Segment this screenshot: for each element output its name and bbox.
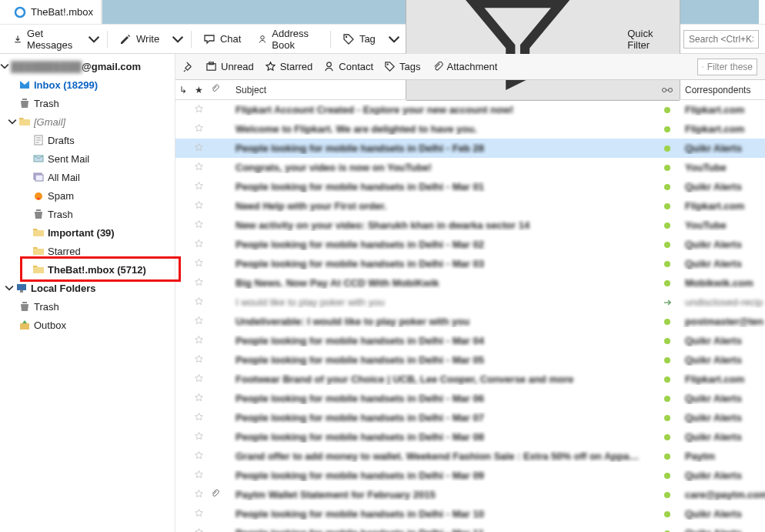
message-row[interactable]: Undeliverable: I would like to play poke… [175, 312, 765, 331]
star-toggle[interactable] [191, 373, 206, 386]
star-toggle[interactable] [191, 296, 206, 309]
get-messages-button[interactable]: Get Messages [6, 24, 82, 55]
starred-filter[interactable]: Starred [265, 61, 313, 72]
subject-cell: Grand offer to add money to wallet. Week… [223, 450, 654, 462]
col-star[interactable]: ★ [191, 85, 206, 95]
star-icon [194, 508, 204, 518]
message-row[interactable]: People looking for mobile handsets in De… [175, 466, 765, 485]
star-icon [194, 181, 204, 191]
read-cell [654, 181, 680, 192]
attachment-filter[interactable]: Attachment [432, 61, 498, 72]
star-toggle[interactable] [191, 239, 206, 251]
message-row[interactable]: New activity on your video: Sharukh khan… [175, 216, 765, 235]
message-row[interactable]: Congrats, your video is now on YouTube!Y… [175, 158, 765, 177]
message-row[interactable]: People looking for mobile handsets in De… [175, 254, 765, 273]
message-row[interactable]: Grand offer to add money to wallet. Week… [175, 447, 765, 466]
message-row[interactable]: People looking for mobile handsets in De… [175, 177, 765, 196]
message-row[interactable]: Paytm Wallet Statement for February 2015… [175, 485, 765, 504]
star-toggle[interactable] [191, 527, 206, 533]
message-row[interactable]: Need Help with your First order.Flipkart… [175, 196, 765, 216]
message-row[interactable]: People looking for mobile handsets in De… [175, 331, 765, 350]
col-thread[interactable]: ↳ [175, 85, 191, 95]
star-toggle[interactable] [191, 412, 206, 424]
pin-filter[interactable] [183, 61, 195, 72]
col-read[interactable] [654, 85, 680, 95]
tag-dropdown[interactable] [386, 29, 403, 49]
star-toggle[interactable] [191, 200, 206, 212]
message-row[interactable]: Flipkart Account Created - Explore your … [175, 100, 765, 119]
message-list-body[interactable]: Flipkart Account Created - Explore your … [175, 100, 765, 532]
subject-cell: Paytm Wallet Statement for February 2015 [223, 489, 654, 500]
message-row[interactable]: Welcome to Flipkart. We are delighted to… [175, 119, 765, 139]
chevron-down-icon [8, 117, 17, 126]
star-toggle[interactable] [191, 393, 206, 405]
message-row[interactable]: People looking for mobile handsets in De… [175, 389, 765, 408]
read-cell [654, 393, 680, 404]
star-toggle[interactable] [191, 470, 206, 482]
star-toggle[interactable] [191, 316, 206, 328]
folder-gmail-trash[interactable]: Trash [0, 205, 175, 223]
filter-placeholder: Filter these [707, 62, 753, 72]
search-input[interactable] [683, 30, 759, 49]
message-row[interactable]: I would like to play poker with you➜undi… [175, 293, 765, 312]
tag-button[interactable]: Tag [336, 29, 382, 49]
subject-cell: People looking for mobile handsets in De… [223, 470, 654, 481]
read-cell [654, 489, 680, 500]
message-row[interactable]: People looking for mobile handsets in De… [175, 350, 765, 370]
star-toggle[interactable] [191, 489, 206, 501]
message-row[interactable]: People looking for mobile handsets in De… [175, 408, 765, 427]
folder-outbox[interactable]: Outbox [0, 316, 175, 334]
contact-icon [258, 33, 267, 45]
message-row[interactable]: People looking for mobile handsets in De… [175, 235, 765, 254]
star-toggle[interactable] [191, 123, 206, 136]
account-name-blurred: ██████████ [11, 61, 82, 72]
correspondent-cell: Quikr Alerts [680, 527, 765, 532]
filter-search[interactable]: Filter these [697, 59, 757, 75]
message-row[interactable]: People looking for mobile handsets in De… [175, 504, 765, 524]
star-toggle[interactable] [191, 162, 206, 174]
chat-button[interactable]: Chat [196, 29, 248, 49]
star-toggle[interactable] [191, 508, 206, 520]
unread-icon [205, 61, 217, 72]
star-toggle[interactable] [191, 181, 206, 193]
contact-filter[interactable]: Contact [323, 61, 373, 72]
chat-label: Chat [220, 33, 241, 45]
subject-cell: People looking for mobile handsets in De… [223, 412, 654, 423]
subject-cell: People looking for mobile handsets in De… [223, 393, 654, 404]
star-toggle[interactable] [191, 335, 206, 347]
message-row[interactable]: People looking for mobile handsets in De… [175, 427, 765, 447]
get-messages-dropdown[interactable] [85, 29, 102, 49]
read-cell [654, 142, 680, 154]
correspondent-cell: undisclosed-recip [680, 296, 765, 308]
star-toggle[interactable] [191, 142, 206, 155]
window-tab[interactable]: TheBat!.mbox [6, 0, 102, 24]
message-row[interactable]: People looking for mobile handsets in De… [175, 139, 765, 158]
correspondent-cell: Quikr Alerts [680, 142, 765, 154]
message-row[interactable]: People looking for mobile handsets in De… [175, 524, 765, 532]
folder-spam[interactable]: Spam [0, 186, 175, 205]
global-search[interactable] [683, 30, 759, 49]
folder-icon [18, 115, 31, 128]
tab-title: TheBat!.mbox [31, 6, 93, 18]
write-button[interactable]: Write [112, 29, 166, 49]
star-toggle[interactable] [191, 258, 206, 270]
star-toggle[interactable] [191, 219, 206, 232]
star-toggle[interactable] [191, 354, 206, 366]
star-toggle[interactable] [191, 431, 206, 443]
col-subject[interactable]: Subject [223, 85, 654, 95]
write-dropdown[interactable] [169, 29, 186, 49]
tags-filter[interactable]: Tags [384, 61, 420, 72]
correspondent-cell: Quikr Alerts [680, 393, 765, 404]
message-row[interactable]: Big News. Now Pay At CCD With MobiKwikMo… [175, 273, 765, 293]
address-book-button[interactable]: Address Book [251, 24, 326, 55]
star-toggle[interactable] [191, 277, 206, 289]
star-toggle[interactable] [191, 104, 206, 116]
col-correspondents[interactable]: Correspondents [680, 85, 765, 95]
subject-cell: Welcome to Flipkart. We are delighted to… [223, 123, 654, 135]
filter-label: Unread [221, 61, 254, 72]
star-toggle[interactable] [191, 450, 206, 463]
unread-filter[interactable]: Unread [205, 61, 254, 72]
message-row[interactable]: Footwear Brand of your Choice | UCB, Lee… [175, 370, 765, 389]
folder-gmail[interactable]: [Gmail] [0, 112, 175, 131]
col-attach[interactable] [206, 84, 223, 95]
